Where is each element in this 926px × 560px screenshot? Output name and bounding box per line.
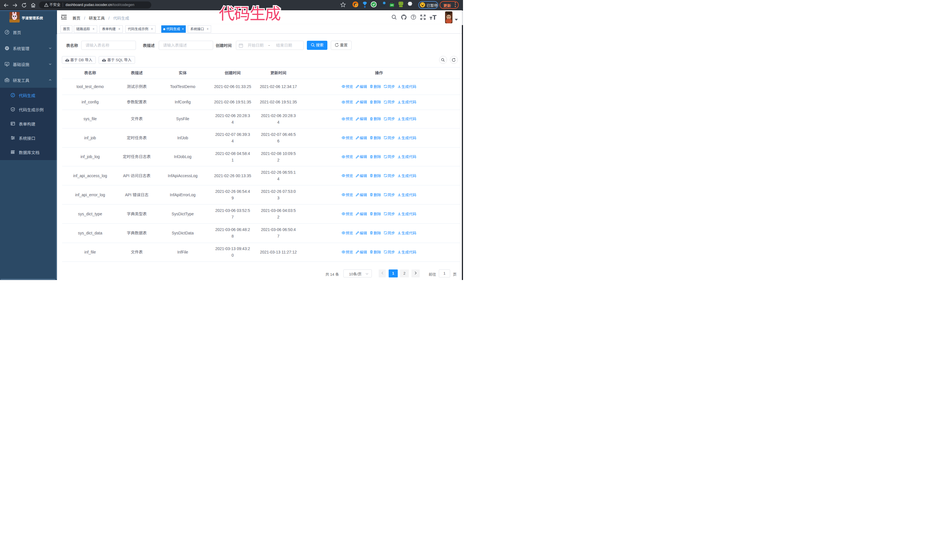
svg-text:代码生成: 代码生成 [219, 2, 280, 24]
